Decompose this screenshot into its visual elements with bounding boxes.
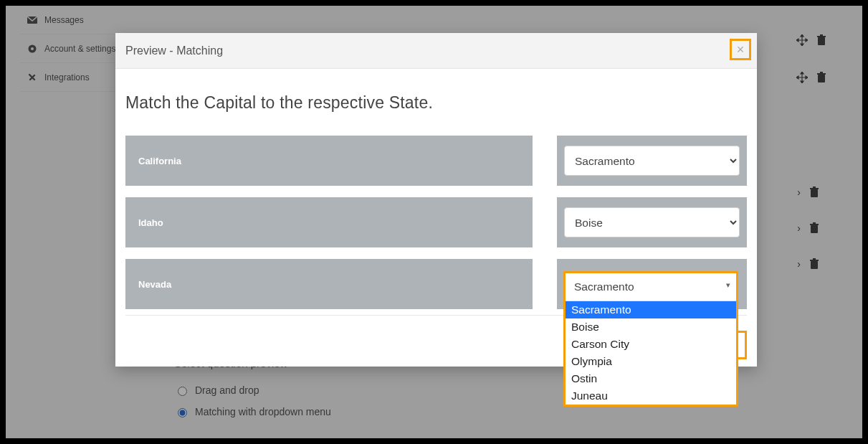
- dropdown-selected[interactable]: Sacramento ▾: [566, 273, 736, 301]
- match-select-idaho[interactable]: Boise: [564, 207, 740, 237]
- match-select-wrap: Boise: [557, 197, 747, 247]
- match-select-wrap: Sacramento: [557, 136, 747, 186]
- match-select-california[interactable]: Sacramento: [564, 146, 740, 176]
- footer-button-fragment[interactable]: [738, 331, 747, 359]
- question-text: Match the Capital to the respective Stat…: [125, 93, 747, 113]
- dropdown-option[interactable]: Boise: [566, 318, 736, 336]
- close-button[interactable]: ×: [730, 39, 751, 60]
- dropdown-options: Sacramento Boise Carson City Olympia Ost…: [566, 301, 736, 405]
- dropdown-selected-label: Sacramento: [574, 280, 634, 293]
- modal-title: Preview - Matching: [125, 44, 223, 57]
- dropdown-option[interactable]: Sacramento: [566, 301, 736, 318]
- match-row: Idaho Boise: [125, 197, 747, 247]
- modal-header: Preview - Matching ×: [115, 33, 757, 69]
- chevron-down-icon: ▾: [726, 280, 730, 290]
- dropdown-option[interactable]: Ostin: [566, 370, 736, 387]
- dropdown-open-panel[interactable]: Sacramento ▾ Sacramento Boise Carson Cit…: [563, 271, 738, 407]
- dropdown-option[interactable]: Olympia: [566, 353, 736, 370]
- dropdown-option[interactable]: Juneau: [566, 387, 736, 405]
- match-label: California: [125, 136, 533, 186]
- match-label: Idaho: [125, 197, 533, 247]
- close-icon: ×: [737, 42, 745, 57]
- match-row: California Sacramento: [125, 136, 747, 186]
- dropdown-option[interactable]: Carson City: [566, 336, 736, 353]
- match-label: Nevada: [125, 259, 533, 309]
